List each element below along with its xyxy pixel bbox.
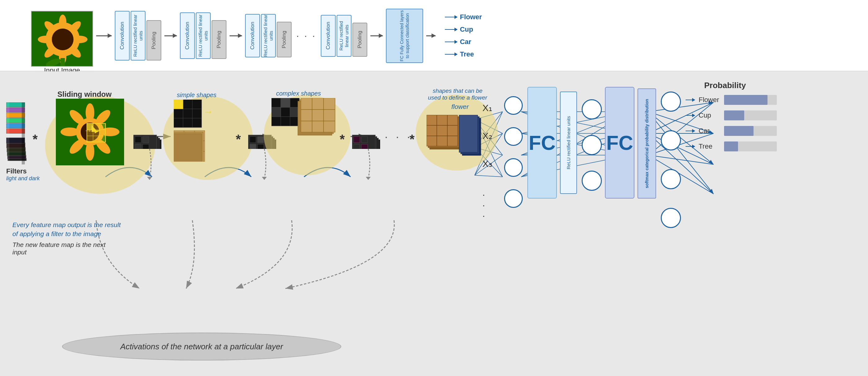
feature-maps-3-svg: [352, 108, 383, 149]
cnn-block-4: Convolution ReLU rectified linear units …: [321, 15, 367, 57]
svg-rect-105: [174, 100, 183, 109]
output-tree-arrow: [445, 54, 457, 55]
prob-label-flower: Flower: [699, 96, 720, 104]
pool-layer-2: Pooling: [212, 20, 226, 59]
svg-rect-96: [143, 136, 149, 143]
fc2-column: FC: [605, 87, 634, 198]
nn-layer-1: [504, 96, 523, 208]
prob-label-tree: Tree: [699, 143, 720, 151]
svg-rect-128: [272, 107, 281, 117]
cnn-group-2: Convolution ReLU rectified linear units …: [180, 12, 226, 59]
filters-sublabel: light and dark: [6, 175, 40, 182]
prob-bar-flower-container: [724, 95, 777, 105]
activations-ellipse: Activations of the network at a particul…: [62, 333, 341, 361]
output-tree: Tree: [445, 50, 482, 58]
output-cup: Cup: [445, 26, 482, 33]
feature-maps-1-svg: [133, 108, 164, 149]
asterisk-4: *: [409, 132, 414, 147]
nn-node-1-1: [504, 96, 523, 115]
nn-layer-1-nodes: [504, 96, 523, 208]
fc1-label: FC: [529, 131, 556, 155]
prob-arrow-car: [686, 131, 695, 131]
svg-rect-113: [174, 134, 202, 162]
output-flower-text: Flower: [460, 13, 482, 21]
output-car-arrow: [445, 41, 457, 42]
svg-rect-98: [143, 144, 149, 149]
input-image-container: Input Image: [31, 11, 93, 67]
relu-label: ReLU rectified linear units: [565, 116, 572, 169]
flower-shapes-svg: [427, 114, 483, 160]
prob-bar-tree-container: [724, 142, 777, 151]
svg-marker-99: [147, 177, 152, 180]
top-content: Input Image Convolution ReLU rectified l…: [31, 5, 482, 67]
flower-shapes-label: shapes that can beused to define a flowe…: [420, 88, 495, 101]
arrow-4: [370, 35, 383, 36]
svg-text:→: →: [203, 106, 213, 117]
pool-layer-3: Pooling: [277, 22, 291, 57]
svg-rect-70: [22, 102, 25, 164]
dashed-arrow-3-svg: [362, 149, 374, 180]
dashed-arrow-3: [362, 149, 374, 181]
pool-layer-4: Pooling: [352, 23, 367, 57]
svg-rect-161: [459, 115, 478, 152]
feature-map-desc-black: The new feature map is the next input: [12, 241, 121, 256]
prob-arrow-flower: [686, 100, 695, 100]
output-tree-text: Tree: [460, 50, 474, 58]
output-cup-text: Cup: [460, 26, 473, 33]
svg-rect-69: [6, 102, 9, 164]
nn-output-layer: [661, 92, 681, 228]
bottom-section: Filters light and dark * Sliding window: [0, 71, 868, 376]
prob-arrow-flower-head: [692, 98, 695, 102]
complex-shapes-svg: [272, 98, 337, 160]
flower-label: flower: [452, 103, 492, 111]
svg-rect-118: [250, 136, 256, 143]
cnn-block-1: Convolution ReLU rectified linear units …: [115, 11, 161, 61]
prob-row-tree: Tree: [686, 142, 777, 151]
top-section: Input Image Convolution ReLU rectified l…: [0, 0, 868, 71]
conv-layer-3: Convolution: [245, 14, 260, 57]
prob-label-car: Car: [699, 127, 720, 135]
svg-rect-95: [135, 136, 141, 143]
prob-bar-flower: [724, 95, 768, 105]
nn-out-node-4: [661, 208, 681, 228]
activations-text: Activations of the network at a particul…: [120, 342, 283, 351]
prob-bar-cup-container: [724, 111, 777, 120]
complex-shapes-grid: [272, 98, 337, 161]
prob-row-flower: Flower: [686, 95, 777, 105]
arrow-3: [229, 35, 242, 36]
flower-shapes-grid: [427, 114, 492, 161]
prob-arrow-tree: [686, 146, 695, 147]
output-flower: Flower: [445, 13, 482, 21]
output-car: Car: [445, 38, 482, 46]
nn-layer-2-nodes: [582, 99, 602, 191]
softmax-column: softmax categorical probability distribu…: [638, 88, 656, 198]
svg-point-2: [59, 14, 66, 30]
prob-bar-cup: [724, 111, 744, 120]
pool-layer-1: Pooling: [147, 20, 161, 61]
sliding-window-label: Sliding window: [57, 90, 133, 99]
filters-label: Filters: [6, 167, 40, 175]
filters-stack-svg: [6, 102, 29, 164]
fc-block-top: FC Fully Connected layers to support cla…: [386, 9, 423, 63]
sunflower-bottom: →: [56, 99, 124, 166]
feature-maps-3: [352, 108, 383, 150]
simple-shapes-grid: →: [174, 100, 236, 163]
asterisk-3: *: [340, 132, 345, 147]
nn-node-1-4: [504, 189, 523, 208]
feature-maps-1: [133, 108, 164, 150]
svg-rect-129: [281, 98, 290, 107]
svg-marker-151: [366, 177, 371, 180]
input-image: [31, 11, 93, 67]
simple-shapes-svg: →: [174, 100, 236, 162]
svg-point-5: [72, 36, 88, 43]
nn-layer-2: [582, 99, 602, 191]
softmax-label: softmax categorical probability distribu…: [644, 99, 650, 188]
asterisk-2: *: [236, 132, 241, 147]
nn-output-nodes: [661, 92, 681, 228]
flower-shapes-area: shapes that can beused to define a flowe…: [417, 87, 492, 161]
conv-layer-2: Convolution: [180, 12, 195, 59]
output-labels: Flower Cup Car Tree: [445, 13, 482, 58]
arrow-2: [164, 35, 177, 36]
relu-layer-1: ReLU rectified linear units: [131, 11, 146, 61]
svg-rect-150: [362, 144, 368, 149]
